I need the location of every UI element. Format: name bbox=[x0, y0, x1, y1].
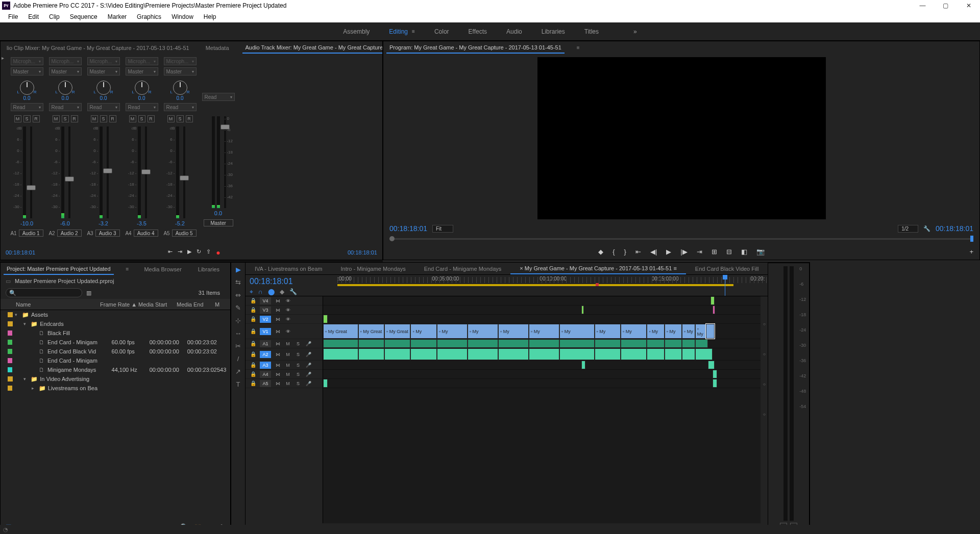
clip[interactable]: ▫ My bbox=[410, 324, 436, 339]
time-ruler[interactable]: :00:00 00:05:00:00 00:10:00:00 00:15:00:… bbox=[337, 275, 768, 296]
video-preview[interactable] bbox=[537, 57, 826, 219]
output-dropdown[interactable]: Master▾ bbox=[11, 67, 43, 75]
clip[interactable] bbox=[581, 306, 584, 314]
track-id[interactable]: A1 bbox=[260, 340, 271, 347]
clip[interactable]: ▫ My Great bbox=[358, 324, 384, 339]
track-lane-v2[interactable] bbox=[323, 315, 761, 324]
track-header-v2[interactable]: 🔒V2⋈👁 bbox=[246, 315, 323, 324]
clip[interactable] bbox=[682, 348, 695, 360]
project-row[interactable]: 🗋End Card - Minigam bbox=[1, 356, 230, 365]
project-row[interactable]: ▾📁In Video Advertising bbox=[1, 374, 230, 384]
snap-icon[interactable]: ⌖ bbox=[250, 288, 253, 295]
toggle-output-icon[interactable]: 👁 bbox=[284, 328, 291, 335]
rate-stretch-tool-icon[interactable]: ⊹ bbox=[235, 317, 241, 324]
solo-button[interactable]: S bbox=[295, 371, 302, 378]
track-id[interactable]: A3 bbox=[260, 362, 271, 369]
record-button[interactable]: R bbox=[71, 115, 78, 122]
clip[interactable]: ▫ My bbox=[595, 324, 621, 339]
track-name[interactable]: Audio 2 bbox=[57, 230, 82, 237]
tag-icon[interactable]: ◆ bbox=[280, 288, 284, 295]
clip[interactable] bbox=[323, 379, 328, 388]
input-dropdown[interactable]: Microph...▾ bbox=[87, 57, 120, 65]
workspace-overflow-icon[interactable]: » bbox=[633, 28, 637, 35]
input-dropdown[interactable]: Microph...▾ bbox=[49, 57, 82, 65]
keyframe-nav-icon[interactable]: ○ bbox=[763, 352, 766, 357]
lock-icon[interactable]: 🔒 bbox=[250, 297, 257, 304]
clip[interactable] bbox=[323, 339, 358, 348]
clip[interactable]: ▫ My bbox=[437, 324, 468, 339]
pan-knob[interactable] bbox=[96, 81, 111, 95]
automation-dropdown[interactable]: Read▾ bbox=[202, 93, 235, 101]
pan-knob[interactable] bbox=[58, 81, 72, 95]
clip[interactable]: ▫ My bbox=[498, 324, 529, 339]
menu-window[interactable]: Window bbox=[166, 12, 199, 21]
export-icon[interactable]: ⇪ bbox=[206, 248, 211, 257]
clip[interactable] bbox=[695, 339, 708, 348]
pan-knob[interactable] bbox=[20, 81, 34, 95]
track-lane-a3[interactable] bbox=[323, 361, 761, 370]
toggle-output-icon[interactable]: 👁 bbox=[284, 316, 291, 323]
keyframe-nav-icon[interactable]: ○ bbox=[763, 382, 766, 387]
clip[interactable] bbox=[559, 348, 595, 360]
solo-button[interactable]: S bbox=[295, 380, 302, 387]
pan-knob[interactable] bbox=[173, 81, 187, 95]
panel-menu-icon[interactable]: ≡ bbox=[124, 266, 131, 272]
track-header-a4[interactable]: 🔒A4⋈MS🎤 bbox=[246, 370, 323, 379]
output-dropdown[interactable]: Master▾ bbox=[126, 67, 158, 75]
voiceover-icon[interactable]: 🎤 bbox=[305, 371, 312, 378]
clip[interactable] bbox=[498, 339, 529, 348]
clip[interactable]: ▫ My bbox=[647, 324, 664, 339]
solo-button[interactable]: S bbox=[62, 115, 69, 122]
lock-icon[interactable]: 🔒 bbox=[250, 380, 257, 387]
keyframe-nav-icon[interactable]: ○ bbox=[763, 322, 766, 326]
clip[interactable] bbox=[384, 348, 410, 360]
db-value[interactable]: -5.2 bbox=[175, 220, 185, 226]
button-editor-icon[interactable]: + bbox=[969, 248, 973, 256]
track-name[interactable]: Audio 4 bbox=[134, 230, 158, 237]
project-row[interactable]: 🗋Black Fill bbox=[1, 328, 230, 338]
extract-icon[interactable]: ⊟ bbox=[726, 248, 732, 256]
clip[interactable]: ▫ My bbox=[529, 324, 559, 339]
project-row[interactable]: 🗋End Card - Minigam60.00 fps00:00:00:000… bbox=[1, 338, 230, 347]
clip[interactable] bbox=[529, 348, 559, 360]
solo-button[interactable]: S bbox=[177, 115, 184, 122]
workspace-color[interactable]: Color bbox=[434, 28, 449, 35]
track-header-v4[interactable]: 🔒V4⋈👁 bbox=[246, 296, 323, 306]
sync-lock-icon[interactable]: ⋈ bbox=[274, 371, 281, 378]
clip[interactable] bbox=[665, 348, 682, 360]
sync-lock-icon[interactable]: ⋈ bbox=[274, 340, 281, 347]
lock-icon[interactable]: 🔒 bbox=[250, 371, 257, 378]
sequence-tab-active[interactable]: × My Great Game - My Great Capture - 201… bbox=[510, 263, 686, 274]
clip[interactable]: ▫ My bbox=[682, 324, 695, 339]
clip[interactable] bbox=[559, 339, 595, 348]
db-value[interactable]: 0.0 bbox=[214, 210, 222, 216]
clip[interactable] bbox=[529, 339, 559, 348]
loop-icon[interactable]: ↻ bbox=[197, 248, 201, 257]
track-lane-v4[interactable] bbox=[323, 296, 761, 306]
program-scrubber[interactable] bbox=[389, 235, 973, 243]
track-id[interactable]: V3 bbox=[260, 307, 271, 314]
volume-fader[interactable] bbox=[68, 126, 70, 218]
volume-fader[interactable] bbox=[183, 126, 185, 218]
close-button[interactable]: ✕ bbox=[957, 0, 980, 11]
tab-media-browser[interactable]: Media Browser bbox=[141, 264, 184, 274]
output-dropdown[interactable]: Master▾ bbox=[164, 67, 197, 75]
clip[interactable] bbox=[410, 339, 436, 348]
track-header-v1[interactable]: 🔒V1⋈👁 bbox=[246, 324, 323, 339]
clip[interactable]: ▫ My bbox=[468, 324, 498, 339]
clip[interactable] bbox=[621, 339, 647, 348]
volume-fader[interactable] bbox=[30, 126, 32, 218]
track-select-tool-icon[interactable]: ⇆ bbox=[235, 278, 241, 286]
clip[interactable] bbox=[384, 339, 410, 348]
clip[interactable] bbox=[713, 379, 717, 388]
sync-lock-icon[interactable]: ⋈ bbox=[274, 351, 281, 358]
pan-knob[interactable] bbox=[135, 81, 149, 95]
menu-edit[interactable]: Edit bbox=[23, 12, 44, 21]
clip[interactable] bbox=[710, 296, 715, 305]
db-value[interactable]: -3.5 bbox=[137, 220, 146, 226]
pan-value[interactable]: 0.0 bbox=[62, 95, 69, 101]
automation-dropdown[interactable]: Read▾ bbox=[87, 103, 120, 111]
workspace-titles[interactable]: Titles bbox=[584, 28, 599, 35]
workspace-libraries[interactable]: Libraries bbox=[542, 28, 565, 35]
workspace-effects[interactable]: Effects bbox=[469, 28, 487, 35]
